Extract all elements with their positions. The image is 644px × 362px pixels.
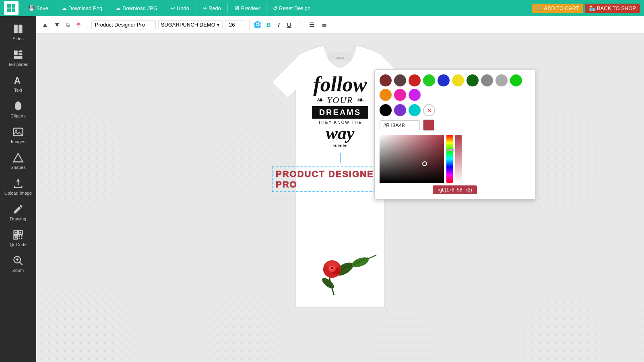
redo-icon: ↪ <box>202 5 207 11</box>
align-left-button[interactable]: ≡ <box>296 20 305 30</box>
underline-button[interactable]: U <box>285 20 294 30</box>
svg-rect-20 <box>19 235 20 237</box>
sidebar-item-templates[interactable]: Templates <box>0 45 36 71</box>
chevron-down-icon: ▾ <box>217 22 220 28</box>
shirt-text-your: ❧ YOUR ❧ <box>312 95 369 105</box>
svg-point-32 <box>320 276 336 290</box>
swatch-dark-brown[interactable] <box>394 74 406 86</box>
sidebar-item-qrcode[interactable]: Qr-Code <box>0 225 36 251</box>
swatch-red[interactable] <box>409 74 421 86</box>
swatch-clear[interactable] <box>423 104 435 116</box>
swatch-green[interactable] <box>423 74 435 86</box>
download-jpg-button[interactable]: ☁ Download JPG <box>112 4 161 12</box>
sidebar-item-upload[interactable]: Upload Image <box>0 174 36 200</box>
back-to-shop-button[interactable]: 🏪 BACK TO SHOP <box>585 4 640 13</box>
alpha-slider[interactable] <box>455 135 462 183</box>
save-button[interactable]: 💾 Save <box>25 4 52 12</box>
swatch-violet[interactable] <box>394 104 406 116</box>
hue-slider[interactable] <box>446 135 453 183</box>
sidebar-shapes-label: Shapes <box>10 165 25 170</box>
swatch-black[interactable] <box>380 104 392 116</box>
bold-button[interactable]: B <box>264 20 273 30</box>
rgb-display-row: rgb(176, 58, 72) <box>380 185 530 194</box>
sidebar-item-sides[interactable]: Sides <box>0 19 36 45</box>
swatch-light-gray[interactable] <box>495 74 508 86</box>
color-picker-popup: rgb(176, 58, 72) <box>374 69 535 200</box>
swatch-gray[interactable] <box>481 74 493 86</box>
picker-cursor[interactable] <box>422 161 427 166</box>
align-right-button[interactable]: ≣ <box>319 20 329 30</box>
refresh-icon: ↺ <box>273 5 277 11</box>
sidebar-item-shapes[interactable]: Shapes <box>0 148 36 174</box>
svg-rect-17 <box>15 232 17 234</box>
sidebar-item-cliparts[interactable]: Cliparts <box>0 97 36 122</box>
svg-rect-2 <box>7 8 11 12</box>
swatch-blue[interactable] <box>438 74 450 86</box>
rose-illustration <box>300 247 380 299</box>
svg-rect-19 <box>15 237 17 239</box>
text-toolbar: ▲ ▼ ⧉ 🗑 Product Designer Pro SUGARPUNCH … <box>36 16 644 34</box>
svg-rect-21 <box>21 235 23 237</box>
nav-separator <box>227 3 228 13</box>
delete-button[interactable]: 🗑 <box>74 20 83 30</box>
redo-button[interactable]: ↪ Redo <box>199 4 224 12</box>
download-png-button[interactable]: ☁ Download Png <box>58 4 106 12</box>
swatch-dark-red-brown[interactable] <box>380 74 392 86</box>
cart-icon: 🛒 <box>536 5 543 11</box>
cloud-download-icon: ☁ <box>116 5 121 11</box>
svg-point-31 <box>351 255 370 269</box>
swatch-bright-green[interactable] <box>510 74 522 86</box>
shirt-text-dreams: DREAMS <box>312 106 369 119</box>
save-icon: 💾 <box>28 5 35 11</box>
sidebar-cliparts-label: Cliparts <box>10 113 25 118</box>
sidebar-item-text[interactable]: A Text <box>0 71 36 97</box>
font-family-selector[interactable]: SUGARPUNCH DEMO ▾ <box>158 20 223 29</box>
italic-button[interactable]: I <box>276 20 282 30</box>
swatch-cyan[interactable] <box>409 104 421 116</box>
swatch-purple[interactable] <box>409 89 421 101</box>
sidebar-item-drawing[interactable]: Drawing <box>0 200 36 225</box>
nav-separator <box>196 3 196 13</box>
hex-color-input[interactable] <box>380 120 420 130</box>
sidebar-zoom-label: Zoom <box>12 268 24 273</box>
sidebar-item-images[interactable]: Images <box>0 122 36 148</box>
svg-text:A: A <box>14 76 21 86</box>
svg-text:Label: Label <box>336 56 344 60</box>
content-area: ▲ ▼ ⧉ 🗑 Product Designer Pro SUGARPUNCH … <box>36 16 644 362</box>
shirt-selected-text: PRODUCT DESIGNER PRO <box>276 169 381 189</box>
svg-rect-9 <box>14 56 23 59</box>
shirt-text-group: follow ❧ YOUR ❧ DREAMS THEY KNOW THE way… <box>312 74 369 149</box>
gradient-darkness <box>380 135 444 183</box>
color-gradient-picker[interactable] <box>380 135 444 183</box>
sidebar: Sides Templates A Text Cliparts <box>0 16 36 362</box>
selection-connector <box>340 153 341 162</box>
canvas-area[interactable]: Label follow ❧ YOUR ❧ DREAMS THEY <box>36 34 644 362</box>
leaf-left: ❧ <box>316 95 324 105</box>
sidebar-upload-label: Upload Image <box>4 191 32 195</box>
font-name-display: Product Designer Pro <box>91 20 156 29</box>
align-center-button[interactable]: ☰ <box>307 20 317 30</box>
swatch-yellow[interactable] <box>452 74 464 86</box>
rgb-value-display: rgb(176, 58, 72) <box>433 185 477 194</box>
sidebar-drawing-label: Drawing <box>10 216 26 221</box>
monitor-icon: 🖥 <box>234 5 239 11</box>
sidebar-images-label: Images <box>11 139 25 144</box>
swatch-orange[interactable] <box>380 89 392 101</box>
copy-button[interactable]: ⧉ <box>64 20 72 30</box>
sidebar-item-zoom[interactable]: Zoom <box>0 251 36 277</box>
reset-button[interactable]: ↺ Reset Design <box>270 4 314 12</box>
move-up-button[interactable]: ▲ <box>40 20 50 30</box>
font-size-input[interactable] <box>225 20 245 29</box>
preview-button[interactable]: 🖥 Preview <box>231 4 263 12</box>
sidebar-qrcode-label: Qr-Code <box>10 242 27 247</box>
sidebar-templates-label: Templates <box>8 62 28 67</box>
add-to-cart-button[interactable]: 🛒 ADD TO CART <box>532 4 583 13</box>
move-down-button[interactable]: ▼ <box>52 20 62 30</box>
shirt-text-way: way <box>312 125 369 142</box>
toolbar-separator <box>249 20 250 30</box>
svg-rect-18 <box>20 232 22 234</box>
undo-button[interactable]: ↩ Undo <box>167 4 192 12</box>
svg-point-40 <box>331 267 333 269</box>
swatch-pink[interactable] <box>394 89 406 101</box>
swatch-dark-green[interactable] <box>466 74 479 86</box>
